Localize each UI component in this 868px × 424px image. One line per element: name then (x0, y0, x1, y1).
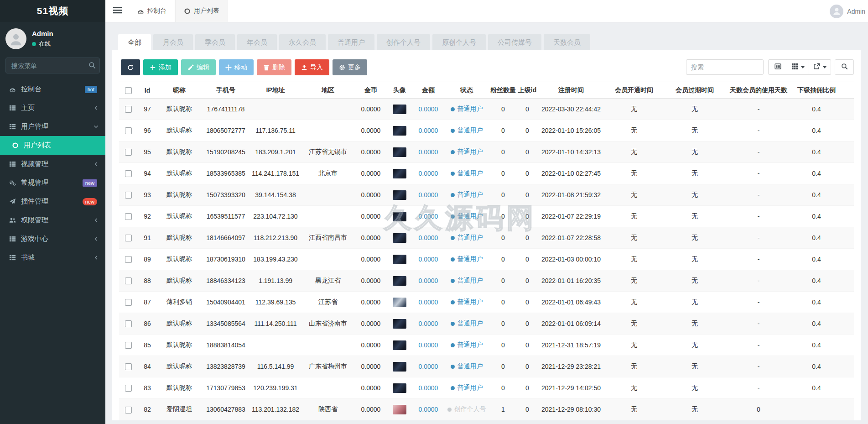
row-checkbox[interactable] (125, 342, 132, 349)
user-avatar-image[interactable] (393, 298, 406, 307)
sidebar-item[interactable]: 用户管理 (0, 117, 105, 136)
user-avatar-image[interactable] (393, 190, 406, 200)
column-header[interactable]: 下级抽佣比例 (791, 82, 842, 99)
sidebar-toggle-button[interactable] (105, 0, 129, 22)
column-header[interactable]: 金币 (355, 82, 386, 99)
amount-link[interactable]: 0.0000 (419, 105, 438, 113)
delete-button[interactable]: 删除 (257, 59, 291, 75)
move-button[interactable]: 移动 (219, 59, 254, 75)
row-checkbox[interactable] (125, 235, 132, 241)
amount-link[interactable]: 0.0000 (419, 127, 438, 134)
column-header[interactable]: 上级id (517, 82, 538, 99)
column-header[interactable]: 天数会员的使用天数 (726, 82, 791, 99)
filter-tab[interactable]: 全部 (118, 34, 151, 50)
row-checkbox[interactable] (125, 385, 132, 392)
sidebar-item[interactable]: 插件管理 new (0, 192, 105, 211)
column-header[interactable]: 0=停 (842, 82, 854, 99)
more-button[interactable]: 更多 (333, 59, 367, 75)
column-header[interactable]: 会员过期时间 (664, 82, 726, 99)
columns-button[interactable] (787, 59, 809, 75)
amount-link[interactable]: 0.0000 (419, 256, 438, 263)
amount-link[interactable]: 0.0000 (419, 234, 438, 241)
row-checkbox[interactable] (125, 127, 132, 134)
amount-link[interactable]: 0.0000 (419, 298, 438, 306)
user-avatar-image[interactable] (393, 276, 406, 286)
sidebar-item[interactable]: 控制台 hot (0, 80, 105, 99)
export-button[interactable] (809, 59, 831, 75)
user-avatar-image[interactable] (393, 340, 406, 350)
amount-link[interactable]: 0.0000 (419, 363, 438, 370)
select-all-header[interactable] (119, 82, 137, 99)
row-checkbox[interactable] (125, 277, 132, 284)
column-header[interactable]: Id (137, 82, 157, 99)
amount-link[interactable]: 0.0000 (419, 170, 438, 177)
user-avatar-image[interactable] (393, 105, 406, 114)
tab-user-list[interactable]: 用户列表 (175, 0, 228, 22)
import-button[interactable]: 导入 (295, 59, 329, 75)
user-avatar-image[interactable] (393, 383, 406, 393)
amount-link[interactable]: 0.0000 (419, 213, 438, 220)
column-header[interactable]: IP地址 (250, 82, 301, 99)
row-checkbox[interactable] (125, 149, 132, 156)
user-avatar-image[interactable] (393, 169, 406, 178)
user-avatar-image[interactable] (393, 126, 406, 136)
app-logo[interactable]: 51视频 (0, 0, 105, 22)
row-checkbox[interactable] (125, 407, 132, 414)
column-header[interactable]: 粉丝数量 (489, 82, 517, 99)
amount-link[interactable]: 0.0000 (419, 148, 438, 156)
user-avatar-image[interactable] (393, 212, 406, 221)
sidebar-item[interactable]: 主页 (0, 99, 105, 117)
edit-button[interactable]: 编辑 (181, 59, 216, 75)
row-checkbox[interactable] (125, 192, 132, 199)
row-checkbox[interactable] (125, 299, 132, 306)
column-header[interactable]: 会员开通时间 (604, 82, 664, 99)
add-button[interactable]: 添加 (143, 59, 178, 75)
sidebar-item[interactable]: 视频管理 (0, 155, 105, 173)
row-checkbox[interactable] (125, 213, 132, 220)
select-all-checkbox[interactable] (125, 87, 132, 94)
filter-tab[interactable]: 月会员 (153, 34, 193, 50)
row-checkbox[interactable] (125, 106, 132, 113)
refresh-button[interactable] (121, 59, 140, 75)
sidebar-item[interactable]: 游戏中心 (0, 230, 105, 248)
column-header[interactable]: 手机号 (201, 82, 250, 99)
column-header[interactable]: 昵称 (157, 82, 201, 99)
row-checkbox[interactable] (125, 170, 132, 177)
column-header[interactable]: 注册时间 (538, 82, 604, 99)
sidebar-item[interactable]: 书城 (0, 248, 105, 267)
column-header[interactable]: 地区 (301, 82, 355, 99)
sidebar-search-input[interactable] (5, 58, 100, 73)
amount-link[interactable]: 0.0000 (419, 277, 438, 284)
table-search-input[interactable] (686, 59, 764, 75)
row-checkbox[interactable] (125, 363, 132, 370)
user-avatar-image[interactable] (393, 233, 406, 243)
sidebar-item[interactable]: 常规管理 new (0, 173, 105, 192)
filter-tab[interactable]: 原创个人号 (432, 34, 486, 50)
user-avatar-image[interactable] (393, 362, 406, 372)
amount-link[interactable]: 0.0000 (419, 384, 438, 392)
user-avatar-image[interactable] (393, 405, 406, 414)
column-header[interactable]: 状态 (444, 82, 489, 99)
tab-dashboard[interactable]: 控制台 (129, 0, 175, 22)
sidebar-item[interactable]: 权限管理 (0, 211, 105, 230)
user-avatar-image[interactable] (393, 319, 406, 329)
filter-tab[interactable]: 天数会员 (544, 34, 590, 50)
filter-tab[interactable]: 永久会员 (279, 34, 326, 50)
amount-link[interactable]: 0.0000 (419, 320, 438, 327)
amount-link[interactable]: 0.0000 (419, 341, 438, 349)
filter-tab[interactable]: 年会员 (237, 34, 277, 50)
amount-link[interactable]: 0.0000 (419, 406, 438, 413)
filter-tab[interactable]: 创作个人号 (377, 34, 430, 50)
user-avatar[interactable] (5, 28, 26, 49)
detail-view-button[interactable] (768, 59, 787, 75)
topbar-user-menu[interactable]: Admin (830, 0, 865, 22)
user-avatar-image[interactable] (393, 147, 406, 157)
amount-link[interactable]: 0.0000 (419, 191, 438, 199)
sidebar-item[interactable]: 用户列表 (0, 136, 105, 155)
user-avatar-image[interactable] (393, 255, 406, 264)
column-header[interactable]: 头像 (386, 82, 413, 99)
filter-tab[interactable]: 公司传媒号 (488, 34, 541, 50)
filter-tab[interactable]: 普通用户 (328, 34, 374, 50)
filter-tab[interactable]: 季会员 (195, 34, 235, 50)
column-header[interactable]: 金额 (413, 82, 444, 99)
